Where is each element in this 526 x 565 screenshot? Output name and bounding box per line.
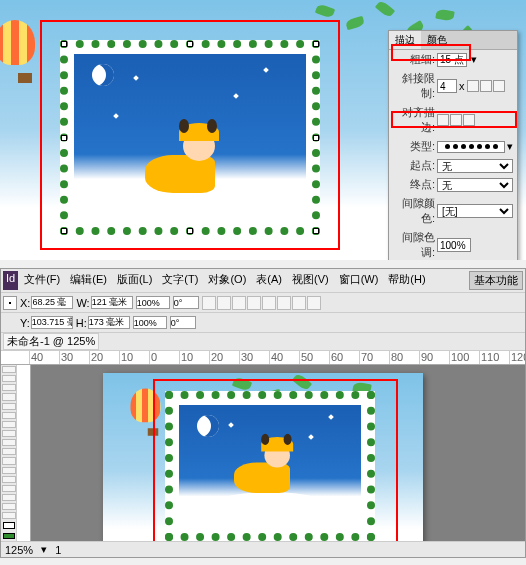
menu-type[interactable]: 文字(T) (158, 271, 202, 290)
stroke-icon[interactable] (247, 296, 261, 310)
direct-select-tool-icon[interactable] (2, 375, 16, 382)
tab-color[interactable]: 颜色 (421, 31, 453, 49)
corner-icon[interactable] (292, 296, 306, 310)
end-dropdown[interactable]: 无 (437, 178, 513, 192)
pencil-tool-icon[interactable] (2, 430, 16, 437)
stroke-panel[interactable]: 描边 颜色 粗细: ▾ 斜接限制: x 对齐描边: 类型: ▾ 起点: 无 (388, 30, 518, 260)
photo-content-2 (179, 405, 361, 527)
rotate-input[interactable] (173, 296, 199, 309)
scalex-input[interactable] (136, 296, 170, 309)
hand-tool-icon[interactable] (2, 503, 16, 510)
menubar: Id 文件(F) 编辑(E) 版面(L) 文字(T) 对象(O) 表(A) 视图… (1, 269, 525, 293)
page-tool-icon[interactable] (2, 384, 16, 391)
green-dotted-frame[interactable] (60, 40, 320, 235)
start-label: 起点: (393, 158, 435, 173)
gap-color-label: 间隙颜色: (393, 196, 435, 226)
chevron-down-icon[interactable]: ▾ (507, 140, 513, 153)
y-label: Y: (20, 317, 30, 329)
green-dotted-frame-2[interactable] (165, 391, 375, 541)
app-id-icon: Id (3, 271, 18, 290)
menu-window[interactable]: 窗口(W) (335, 271, 383, 290)
fill-icon[interactable] (232, 296, 246, 310)
chevron-down-icon[interactable]: ▾ (41, 543, 47, 556)
stroke-type-dropdown[interactable] (437, 141, 505, 153)
scissors-tool-icon[interactable] (2, 457, 16, 464)
rect-frame-tool-icon[interactable] (2, 439, 16, 446)
fill-swatch[interactable] (3, 522, 15, 528)
cap-butt-icon[interactable] (467, 80, 479, 92)
indesign-window: Id 文件(F) 编辑(E) 版面(L) 文字(T) 对象(O) 表(A) 视图… (0, 268, 526, 558)
wrap-icon[interactable] (277, 296, 291, 310)
h-label: H: (76, 317, 87, 329)
miter-x: x (459, 80, 465, 92)
weight-input[interactable] (437, 53, 467, 67)
align-center-icon[interactable] (437, 114, 449, 126)
align-outside-icon[interactable] (463, 114, 475, 126)
eyedropper-tool-icon[interactable] (2, 494, 16, 501)
x-input[interactable] (31, 296, 73, 309)
menu-view[interactable]: 视图(V) (288, 271, 333, 290)
end-label: 终点: (393, 177, 435, 192)
menu-object[interactable]: 对象(O) (204, 271, 250, 290)
moon-icon-2 (197, 415, 219, 437)
panel-tabs: 描边 颜色 (389, 31, 517, 50)
menu-file[interactable]: 文件(F) (20, 271, 64, 290)
transform-tool-icon[interactable] (2, 467, 16, 474)
align-inside-icon[interactable] (450, 114, 462, 126)
ruler-horizontal: 403020100102030405060708090100110120 (1, 351, 525, 365)
line-tool-icon[interactable] (2, 412, 16, 419)
gap-tool-icon[interactable] (2, 393, 16, 400)
toolbox (1, 365, 17, 541)
miter-input[interactable] (437, 79, 457, 93)
doc-tab[interactable]: 未命名-1 @ 125% (3, 333, 99, 350)
cap-buttons (467, 80, 505, 92)
control-icons (202, 296, 321, 310)
selection-tool-icon[interactable] (2, 366, 16, 373)
menu-layout[interactable]: 版面(L) (113, 271, 156, 290)
stroke-swatch[interactable] (3, 533, 15, 539)
scaley-input[interactable] (133, 316, 167, 329)
flip-h-icon[interactable] (202, 296, 216, 310)
menu-edit[interactable]: 编辑(E) (66, 271, 111, 290)
align-icon[interactable] (307, 296, 321, 310)
moon-icon (92, 64, 114, 86)
document-page[interactable] (103, 373, 423, 541)
menu-table[interactable]: 表(A) (252, 271, 286, 290)
cap-square-icon[interactable] (493, 80, 505, 92)
type-tool-icon[interactable] (2, 403, 16, 410)
baby-figure (135, 123, 245, 203)
type-label: 类型: (393, 139, 435, 154)
ruler-vertical (17, 365, 31, 541)
tab-stroke[interactable]: 描边 (389, 31, 421, 49)
page-nav[interactable]: 1 (55, 544, 61, 556)
flip-v-icon[interactable] (217, 296, 231, 310)
h-input[interactable] (88, 316, 130, 329)
stepper-icon[interactable]: ▾ (469, 53, 479, 66)
y-input[interactable] (31, 316, 73, 329)
photo-content (74, 54, 306, 221)
gap-tint-label: 间隙色调: (393, 230, 435, 260)
workspace (1, 365, 525, 541)
control-bar-2: Y: H: (1, 313, 525, 333)
w-input[interactable] (91, 296, 133, 309)
w-label: W: (76, 297, 89, 309)
note-tool-icon[interactable] (2, 485, 16, 492)
ref-point-icon[interactable] (3, 296, 17, 310)
workspace-switcher[interactable]: 基本功能 (469, 271, 523, 290)
gap-tint-input[interactable] (437, 238, 471, 252)
pen-tool-icon[interactable] (2, 421, 16, 428)
cap-round-icon[interactable] (480, 80, 492, 92)
start-dropdown[interactable]: 无 (437, 159, 513, 173)
shear-input[interactable] (170, 316, 196, 329)
zoom-tool-icon[interactable] (2, 512, 16, 519)
zoom-level[interactable]: 125% (5, 544, 33, 556)
effects-icon[interactable] (262, 296, 276, 310)
x-label: X: (20, 297, 30, 309)
gap-color-dropdown[interactable]: [无] (437, 204, 513, 218)
statusbar: 125% ▾ 1 (1, 541, 525, 557)
gradient-tool-icon[interactable] (2, 476, 16, 483)
rect-tool-icon[interactable] (2, 448, 16, 455)
top-screenshot: 描边 颜色 粗细: ▾ 斜接限制: x 对齐描边: 类型: ▾ 起点: 无 (0, 0, 526, 260)
canvas-area[interactable] (31, 365, 525, 541)
menu-help[interactable]: 帮助(H) (384, 271, 429, 290)
